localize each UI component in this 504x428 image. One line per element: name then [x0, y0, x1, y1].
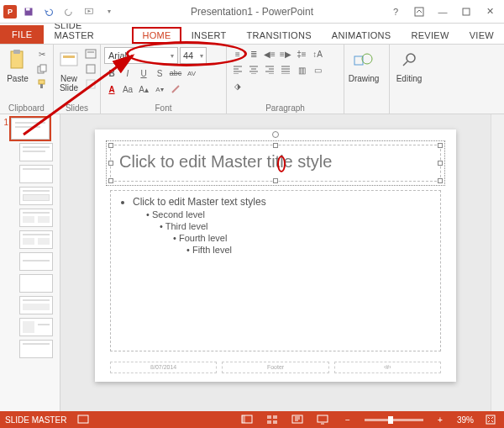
layout-icon[interactable]: [83, 47, 98, 61]
numbering-icon[interactable]: ≣: [246, 47, 261, 61]
layout-thumb[interactable]: [19, 318, 53, 336]
svg-point-19: [407, 54, 415, 62]
align-right-icon[interactable]: [262, 63, 277, 77]
body-placeholder[interactable]: Click to edit Master text styles Second …: [110, 190, 441, 351]
qat-customize-icon[interactable]: ▾: [101, 3, 118, 20]
bullets-icon[interactable]: ≡: [230, 47, 245, 61]
vertical-scrollbar[interactable]: [491, 114, 504, 411]
layout-thumb[interactable]: [19, 340, 53, 358]
shrink-font-icon[interactable]: A▾: [152, 82, 167, 96]
clear-formatting-icon[interactable]: [168, 82, 183, 96]
slideshow-view-icon[interactable]: [314, 413, 331, 426]
resize-handle[interactable]: [108, 178, 113, 183]
layout-thumb[interactable]: [19, 296, 53, 314]
sorter-view-icon[interactable]: [264, 413, 281, 426]
zoom-in-button[interactable]: +: [432, 413, 449, 426]
footer-placeholder[interactable]: Footer: [222, 362, 328, 373]
layout-thumb[interactable]: [19, 274, 53, 293]
svg-rect-3: [415, 8, 423, 16]
justify-icon[interactable]: [278, 63, 293, 77]
zoom-level[interactable]: 39%: [457, 415, 474, 425]
layout-thumb[interactable]: [19, 230, 53, 249]
rotate-handle-icon[interactable]: [272, 131, 279, 138]
close-button[interactable]: ✕: [479, 3, 501, 20]
paste-button[interactable]: Paste: [3, 47, 32, 83]
tab-insert[interactable]: INSERT: [181, 27, 237, 44]
svg-point-18: [362, 54, 372, 64]
layout-thumb[interactable]: [19, 209, 53, 227]
layout-thumb[interactable]: [19, 143, 53, 161]
indent-inc-icon[interactable]: ≡▶: [278, 47, 293, 61]
char-spacing-button[interactable]: AV: [184, 66, 199, 80]
indent-dec-icon[interactable]: ◀≡: [262, 47, 277, 61]
undo-icon[interactable]: [40, 3, 57, 20]
master-view-icon[interactable]: [75, 413, 92, 426]
resize-handle[interactable]: [438, 161, 443, 166]
fit-to-window-icon[interactable]: [482, 413, 499, 426]
bold-button[interactable]: B: [104, 66, 119, 80]
redo-icon[interactable]: [60, 3, 77, 20]
tab-view[interactable]: VIEW: [459, 27, 504, 44]
ribbon-options-icon[interactable]: [408, 3, 430, 20]
start-slideshow-icon[interactable]: [81, 3, 97, 20]
resize-handle[interactable]: [108, 143, 113, 148]
zoom-out-button[interactable]: −: [339, 413, 356, 426]
align-text-icon[interactable]: ▭: [310, 63, 325, 77]
maximize-button[interactable]: [455, 3, 477, 20]
cut-icon[interactable]: ✂: [34, 47, 50, 61]
strikethrough-button[interactable]: abc: [168, 66, 183, 80]
resize-handle[interactable]: [273, 178, 278, 183]
line-spacing-icon[interactable]: ‡≡: [294, 47, 309, 61]
italic-button[interactable]: I: [120, 66, 135, 80]
shapes-icon: [352, 49, 375, 72]
font-size-dropdown[interactable]: 44▾: [180, 47, 207, 64]
save-icon[interactable]: [20, 3, 37, 20]
grow-font-icon[interactable]: A▴: [136, 82, 151, 96]
layout-thumb[interactable]: [19, 252, 53, 271]
tab-home[interactable]: HOME: [132, 27, 181, 44]
drawing-button[interactable]: Drawing: [348, 47, 380, 83]
resize-handle[interactable]: [108, 161, 113, 166]
group-clipboard: Paste ✂ Clipboard: [0, 45, 54, 114]
svg-rect-1: [26, 8, 30, 10]
zoom-slider[interactable]: [365, 419, 423, 421]
slidenum-placeholder[interactable]: ‹#›: [334, 362, 441, 373]
tab-file[interactable]: FILE: [0, 25, 44, 44]
format-painter-icon[interactable]: [34, 77, 50, 91]
reset-icon[interactable]: [83, 62, 98, 76]
editing-button[interactable]: Editing: [393, 47, 425, 83]
zoom-slider-handle[interactable]: [388, 416, 393, 424]
underline-button[interactable]: U: [136, 66, 151, 80]
tab-transitions[interactable]: TRANSITIONS: [237, 27, 322, 44]
svg-rect-8: [40, 65, 46, 71]
resize-handle[interactable]: [438, 143, 443, 148]
copy-icon[interactable]: [34, 62, 50, 76]
date-placeholder[interactable]: 8/07/2014: [110, 362, 217, 373]
title-placeholder[interactable]: Click to edit Master title style: [110, 145, 441, 182]
master-thumb[interactable]: [11, 118, 50, 140]
slide-canvas[interactable]: Click to edit Master title style Click t…: [60, 114, 491, 411]
section-icon[interactable]: [83, 77, 98, 91]
shadow-button[interactable]: S: [152, 66, 167, 80]
font-name-dropdown[interactable]: Arial▾: [104, 47, 178, 64]
align-left-icon[interactable]: [230, 63, 245, 77]
resize-handle[interactable]: [273, 143, 278, 148]
text-direction-icon[interactable]: ↕A: [310, 47, 325, 61]
align-center-icon[interactable]: [246, 63, 261, 77]
normal-view-icon[interactable]: [239, 413, 255, 426]
reading-view-icon[interactable]: [289, 413, 306, 426]
change-case-button[interactable]: Aa: [120, 82, 135, 96]
tab-review[interactable]: REVIEW: [401, 27, 459, 44]
resize-handle[interactable]: [438, 178, 443, 183]
help-icon[interactable]: ?: [385, 3, 407, 20]
layout-thumb[interactable]: [19, 165, 53, 183]
columns-icon[interactable]: ▥: [294, 63, 309, 77]
group-editing: Editing: [390, 45, 433, 114]
layout-thumb[interactable]: [19, 187, 53, 205]
tab-animations[interactable]: ANIMATIONS: [322, 27, 402, 44]
font-color-button[interactable]: A: [104, 82, 119, 96]
minimize-button[interactable]: —: [432, 3, 454, 20]
svg-rect-4: [463, 8, 470, 15]
smartart-convert-icon[interactable]: ⬗: [230, 79, 245, 92]
new-slide-button[interactable]: New Slide: [57, 47, 81, 92]
